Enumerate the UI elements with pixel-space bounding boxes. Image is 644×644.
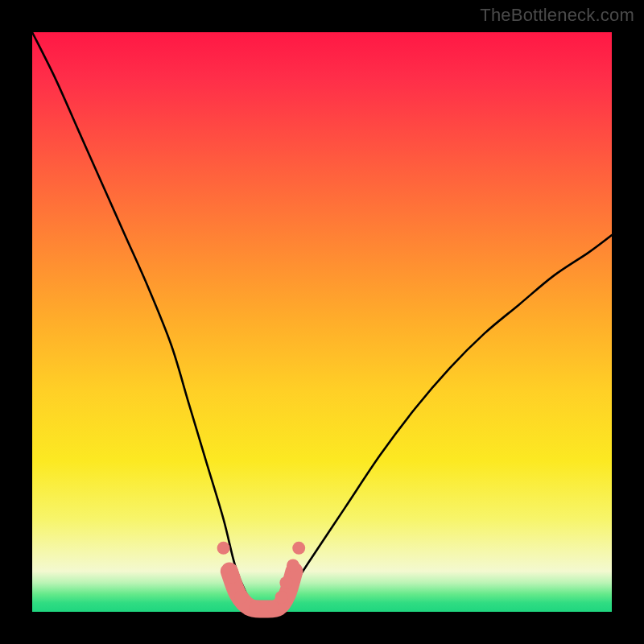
marker-dots-point — [287, 559, 299, 572]
marker-dots-point — [266, 601, 279, 613]
marker-dots-point — [249, 601, 262, 613]
chart-svg — [32, 32, 612, 612]
chart-frame: TheBottleneck.com — [0, 0, 644, 644]
marker-dots-point — [234, 591, 247, 604]
plot-area — [32, 32, 612, 612]
watermark-text: TheBottleneck.com — [480, 5, 634, 26]
marker-dots-point — [275, 591, 288, 604]
bottleneck-curve — [32, 32, 612, 614]
marker-dots-point — [279, 576, 292, 589]
marker-dots-point — [217, 542, 230, 555]
marker-dots-point — [292, 542, 305, 555]
marker-dots-point — [225, 571, 238, 584]
